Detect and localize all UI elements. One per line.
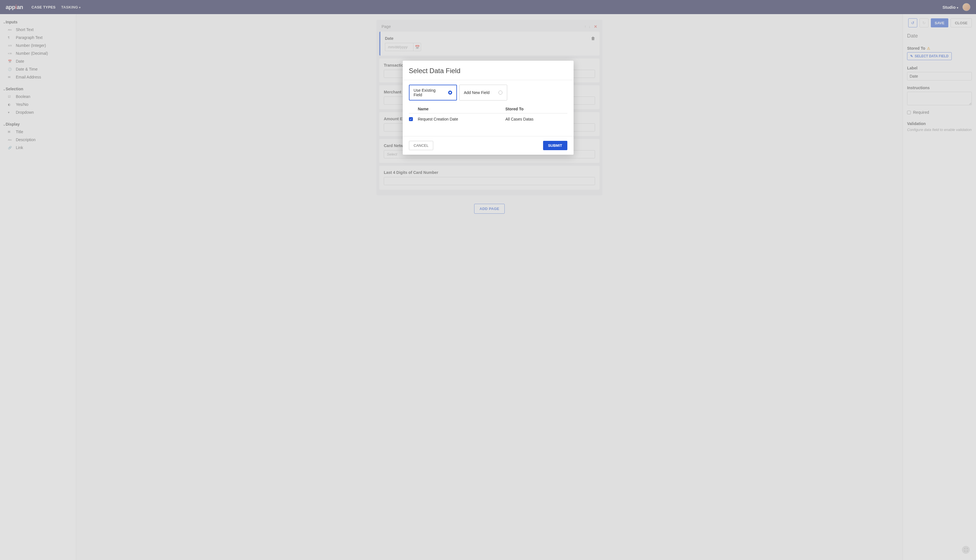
radio-label: Add New Field: [464, 90, 490, 95]
row-name: Request Creation Date: [418, 117, 506, 122]
cancel-button[interactable]: CANCEL: [409, 141, 434, 150]
radio-on-icon: [448, 91, 452, 95]
col-name: Name: [418, 107, 506, 111]
radio-use-existing[interactable]: Use Existing Field: [409, 85, 457, 100]
radio-label: Use Existing Field: [414, 88, 445, 97]
table-row[interactable]: ✓ Request Creation Date All Cases Datas: [409, 113, 567, 125]
radio-add-new[interactable]: Add New Field: [459, 85, 507, 100]
row-checkbox[interactable]: ✓: [409, 117, 413, 121]
table-header: Name Stored To: [409, 107, 567, 113]
submit-button[interactable]: SUBMIT: [543, 141, 567, 150]
modal-title: Select Data Field: [409, 67, 567, 75]
modal-overlay: Select Data Field Use Existing Field Add…: [0, 0, 976, 560]
row-stored-to: All Cases Datas: [506, 117, 567, 122]
radio-off-icon: [499, 91, 502, 95]
col-stored-to: Stored To: [506, 107, 567, 111]
